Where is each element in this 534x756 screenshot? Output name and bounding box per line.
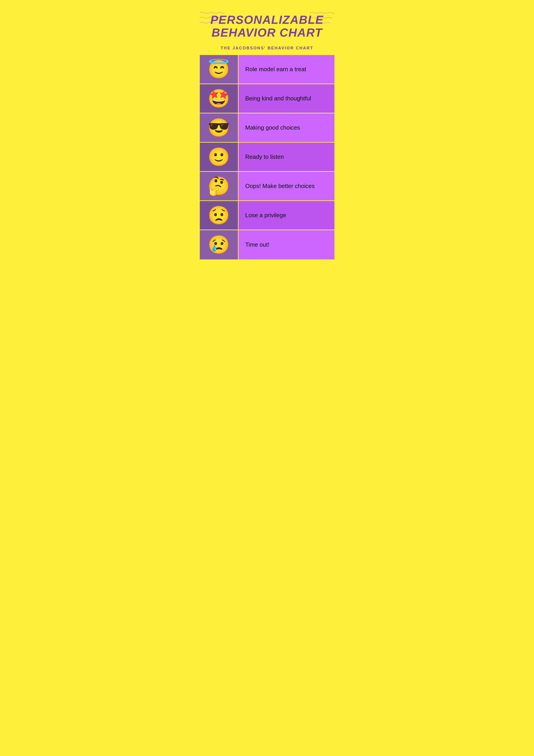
emoji-cell: 🙂 [200,143,238,171]
behavior-label-text: Role model earn a treat [245,66,306,73]
main-title: PERSONALIZABLE BEHAVIOR CHART [206,14,328,39]
emoji-icon: 😢 [208,236,230,254]
header-area: PERSONALIZABLE BEHAVIOR CHART [200,9,335,41]
chart-row: 😎Making good choices [200,113,335,143]
chart-row: 😟Lose a privilege [200,201,335,230]
emoji-icon: 🤔 [208,177,230,195]
emoji-cell: 🤩 [200,84,238,113]
behavior-label-cell: Ready to listen [238,143,335,171]
emoji-icon: 🤩 [208,90,230,108]
behavior-label-cell: Oops! Make better choices [238,172,335,200]
behavior-label-text: Making good choices [245,124,300,132]
emoji-cell: 😟 [200,201,238,230]
behavior-label-cell: Time out! [238,230,335,259]
chart-subtitle: THE JACOBSONS' BEHAVIOR CHART [221,46,313,50]
page-container: PERSONALIZABLE BEHAVIOR CHART THE JACOBS… [200,9,335,259]
chart-row: 😢Time out! [200,230,335,259]
emoji-icon: 😎 [208,119,230,137]
behavior-label-text: Time out! [245,241,269,249]
chart-row: 🙂Ready to listen [200,143,335,172]
behavior-label-text: Lose a privilege [245,212,286,219]
chart-row: 😇Role model earn a treat [200,55,335,84]
emoji-cell: 😎 [200,113,238,142]
chart-row: 🤩Being kind and thoughtful [200,84,335,113]
behavior-label-text: Oops! Make better choices [245,182,315,190]
emoji-icon: 😇 [208,60,230,78]
behavior-label-text: Ready to listen [245,153,284,161]
behavior-label-cell: Lose a privilege [238,201,335,230]
emoji-icon: 😟 [208,206,230,224]
chart-row: 🤔Oops! Make better choices [200,172,335,201]
emoji-cell: 🤔 [200,172,238,200]
behavior-label-cell: Role model earn a treat [238,55,335,84]
behavior-chart: 😇Role model earn a treat🤩Being kind and … [200,55,335,259]
behavior-label-cell: Making good choices [238,113,335,142]
behavior-label-text: Being kind and thoughtful [245,95,311,102]
emoji-icon: 🙂 [208,148,230,166]
emoji-cell: 😇 [200,55,238,84]
emoji-cell: 😢 [200,230,238,259]
behavior-label-cell: Being kind and thoughtful [238,84,335,113]
